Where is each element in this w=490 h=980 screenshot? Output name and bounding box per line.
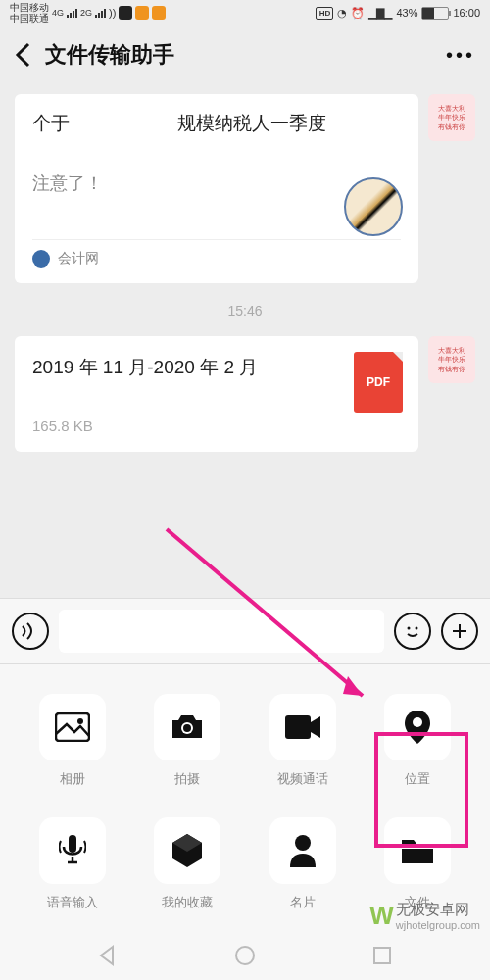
signal-icon-1	[67, 9, 77, 18]
attach-photo[interactable]: 相册	[20, 694, 125, 788]
page-title: 文件传输助手	[45, 40, 446, 70]
app-icon-1	[119, 6, 132, 20]
back-icon[interactable]	[15, 42, 30, 68]
app-icon-2	[135, 6, 149, 20]
watermark-logo: W	[369, 901, 391, 931]
attachment-grid: 相册 拍摄 视频通话 位置 语音输入 我的收藏 名片 文件	[0, 664, 490, 931]
watermark: W 无极安卓网 wjhotelgroup.com	[369, 901, 480, 931]
chat-area[interactable]: 个于规模纳税人一季度 注意了！ 会计网 大喜大利牛年快乐有钱有你 15:46 2…	[0, 84, 490, 481]
voice-toggle-button[interactable]	[12, 612, 49, 650]
voice-wave-icon: ))	[109, 7, 116, 19]
timestamp: 15:46	[15, 303, 475, 318]
nav-bar: 文件传输助手 •••	[0, 25, 490, 84]
source-name: 会计网	[58, 250, 99, 268]
source-icon	[32, 250, 50, 268]
carrier-1: 中国移动	[10, 2, 49, 13]
svg-point-11	[236, 947, 254, 964]
attach-favorite[interactable]: 我的收藏	[135, 817, 241, 911]
signal-icon-2	[95, 9, 106, 18]
battery-pct: 43%	[396, 7, 417, 19]
nav-back-icon[interactable]	[97, 945, 119, 966]
msg1-thumb	[344, 177, 403, 236]
clock: 16:00	[453, 7, 480, 19]
msg1-subtitle: 注意了！	[32, 172, 401, 195]
attach-location[interactable]: 位置	[366, 694, 471, 788]
svg-point-7	[413, 717, 422, 727]
attach-video[interactable]: 视频通话	[250, 694, 356, 788]
svg-rect-10	[402, 847, 433, 849]
system-navbar	[0, 931, 490, 980]
avatar-2[interactable]: 大喜大利牛年快乐有钱有你	[428, 336, 475, 383]
svg-point-1	[416, 627, 418, 630]
file-size: 165.8 KB	[32, 417, 401, 434]
nav-home-icon[interactable]	[234, 945, 256, 966]
plus-button[interactable]	[441, 612, 478, 650]
carrier-2: 中国联通	[10, 13, 49, 24]
svg-rect-8	[69, 835, 76, 853]
net-1: 4G	[52, 8, 64, 18]
attach-contact[interactable]: 名片	[250, 817, 356, 911]
avatar-1[interactable]: 大喜大利牛年快乐有钱有你	[428, 94, 475, 141]
net-2: 2G	[80, 8, 92, 18]
svg-point-3	[77, 718, 83, 724]
hd-icon: HD	[316, 7, 333, 20]
message-1[interactable]: 个于规模纳税人一季度 注意了！ 会计网 大喜大利牛年快乐有钱有你	[15, 94, 475, 283]
message-input[interactable]	[59, 610, 384, 653]
svg-point-9	[295, 835, 311, 851]
attach-file[interactable]: 文件	[366, 817, 471, 911]
app-icon-3	[152, 6, 166, 20]
battery-icon	[421, 7, 449, 20]
nav-recent-icon[interactable]	[371, 945, 393, 966]
svg-rect-2	[56, 713, 89, 741]
more-icon[interactable]: •••	[446, 44, 475, 67]
pdf-icon: PDF	[354, 352, 403, 413]
attach-camera[interactable]: 拍摄	[135, 694, 241, 788]
emoji-button[interactable]	[394, 612, 431, 650]
alarm-icon: ⏰	[351, 7, 365, 20]
status-bar: 中国移动 中国联通 4G 2G )) HD ◔ ⏰ ▁▇▁ 43% 16:00	[0, 0, 490, 25]
message-2[interactable]: 2019 年 11 月-2020 年 2 月 165.8 KB PDF 大喜大利…	[15, 336, 475, 452]
svg-point-5	[183, 724, 191, 732]
svg-rect-12	[374, 948, 390, 963]
svg-rect-6	[285, 715, 311, 739]
eye-icon: ◔	[337, 7, 347, 20]
vibrate-icon: ▁▇▁	[368, 7, 392, 20]
svg-point-0	[408, 627, 411, 630]
attach-voice[interactable]: 语音输入	[20, 817, 125, 911]
